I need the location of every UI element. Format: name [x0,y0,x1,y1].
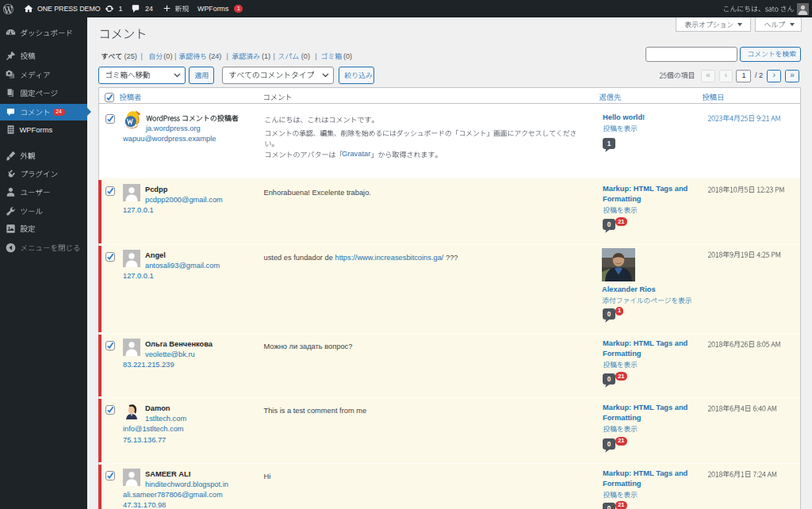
svg-text:0: 0 [607,311,611,318]
svg-text:1: 1 [607,140,611,147]
svg-text:0: 0 [607,505,611,509]
svg-text:0: 0 [607,441,611,448]
svg-text:0: 0 [607,376,611,383]
svg-text:0: 0 [607,221,611,228]
